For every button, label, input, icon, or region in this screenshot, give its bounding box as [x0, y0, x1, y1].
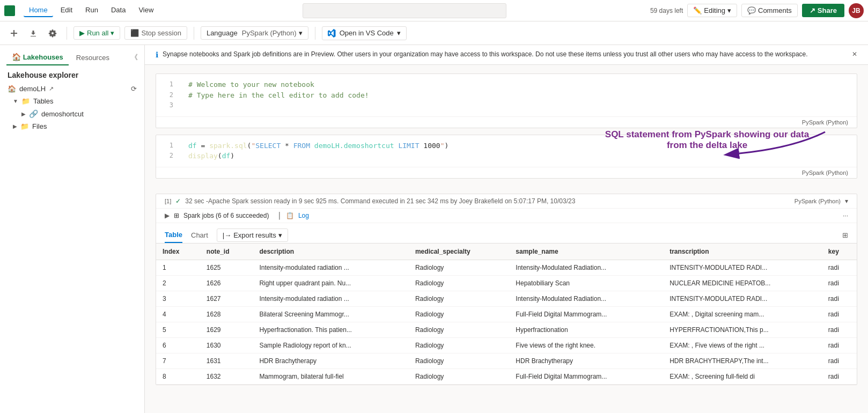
- cell-note_id: 1629: [200, 322, 253, 337]
- vs-code-button[interactable]: Open in VS Code ▾: [322, 26, 407, 40]
- spark-jobs-grid-icon: ⊞: [174, 212, 179, 219]
- nav-data[interactable]: Data: [106, 4, 131, 17]
- cell-description: Bilateral Screening Mammogr...: [253, 306, 409, 322]
- cell-transcription: HDR BRACHYTHERAPY,The int...: [663, 353, 822, 368]
- editing-button[interactable]: ✏️ Editing ▾: [687, 4, 737, 17]
- share-icon: ↗: [810, 6, 815, 14]
- success-icon: ✓: [175, 197, 181, 205]
- table-row: 11625Intensity-modulated radiation ...Ra…: [156, 260, 857, 275]
- separator-1: [67, 27, 67, 40]
- table-header: Index note_id description medical_specia…: [156, 244, 857, 260]
- code-comment-1[interactable]: # Welcome to your new notebook: [188, 79, 314, 90]
- cell-sample_name: Five views of the right knee.: [509, 337, 663, 353]
- cell-transcription: INTENSITY-MODULATED RADI...: [663, 291, 822, 306]
- lang-chevron[interactable]: ▾: [845, 197, 848, 205]
- cell-transcription: EXAM: , Digital screening mam...: [663, 306, 822, 322]
- days-left-text: 59 days left: [650, 7, 683, 14]
- editing-label: Editing: [704, 6, 725, 14]
- nav-home[interactable]: Home: [24, 4, 53, 17]
- cell-key: radi: [822, 306, 857, 322]
- log-link[interactable]: Log: [298, 212, 309, 219]
- sidebar-tab-resources[interactable]: Resources: [71, 50, 115, 65]
- nav-edit[interactable]: Edit: [55, 4, 78, 17]
- share-label: Share: [818, 6, 837, 14]
- top-bar-right: 59 days left ✏️ Editing ▾ 💬 Comments ↗ S…: [650, 3, 864, 18]
- tables-label: Tables: [33, 97, 54, 105]
- cell-sample_name: Full-Field Digital Mammogram...: [509, 368, 663, 384]
- spark-jobs-expand[interactable]: ▶: [165, 212, 170, 219]
- tab-chart[interactable]: Chart: [191, 228, 208, 242]
- cell-key: radi: [822, 322, 857, 337]
- more-options-button[interactable]: ···: [843, 212, 848, 219]
- cell-key: radi: [822, 275, 857, 291]
- explorer-title: Lakehouse explorer: [0, 65, 144, 83]
- demolh-name: demoLH: [19, 85, 46, 93]
- settings-button[interactable]: [45, 26, 60, 41]
- cell-index: 2: [156, 275, 200, 291]
- stop-session-button[interactable]: ⬛ Stop session: [124, 26, 187, 40]
- sidebar-collapse-button[interactable]: 《: [131, 53, 138, 62]
- files-item[interactable]: ▶ 📁 Files: [0, 120, 144, 132]
- app-icon: [4, 5, 15, 16]
- demolh-refresh-icon[interactable]: ⟳: [131, 85, 137, 93]
- cell-sample_name: Hyperfractionation: [509, 322, 663, 337]
- demoshortcut-chevron: ▶: [21, 111, 26, 117]
- export-results-button[interactable]: |→ Export results ▾: [217, 228, 288, 242]
- table-row: 81632Mammogram, bilateral full-fielRadio…: [156, 368, 857, 384]
- table-row: 31627Intensity-modulated radiation ...Ra…: [156, 291, 857, 306]
- sidebar-tab-lakehouses[interactable]: 🏠 Lakehouses: [6, 49, 69, 65]
- cell-sample_name: HDR Brachytherapy: [509, 353, 663, 368]
- cell-1-content: 1 # Welcome to your new notebook 2 # Typ…: [156, 74, 857, 116]
- cell-key: radi: [822, 260, 857, 275]
- cell-medical_specialty: Radiology: [409, 275, 509, 291]
- grid-view-icon[interactable]: ⊞: [842, 231, 848, 239]
- info-close-button[interactable]: ✕: [852, 50, 857, 58]
- demolh-item[interactable]: 🏠 demoLH ↗ ⟳: [0, 83, 144, 95]
- top-bar: Home Edit Run Data View 59 days left ✏️ …: [0, 0, 868, 21]
- vscode-icon: [328, 29, 336, 38]
- vs-code-label: Open in VS Code: [340, 29, 394, 37]
- code-line-2-1[interactable]: df = spark.sql("SELECT * FROM demoLH.dem…: [188, 141, 448, 151]
- download-button[interactable]: [26, 26, 41, 41]
- cell-key: radi: [822, 353, 857, 368]
- demoshortcut-item[interactable]: ▶ 🔗 demoshortcut: [0, 107, 144, 120]
- line-num-2: 2: [165, 90, 173, 101]
- cell-medical_specialty: Radiology: [409, 337, 509, 353]
- data-table: Index note_id description medical_specia…: [156, 244, 857, 385]
- notebook-area: 1 # Welcome to your new notebook 2 # Typ…: [145, 65, 868, 194]
- lang-indicator: PySpark (Python): [795, 198, 841, 204]
- cell-index: 8: [156, 368, 200, 384]
- separator-2: [194, 27, 194, 40]
- share-button[interactable]: ↗ Share: [802, 4, 844, 17]
- run-all-button[interactable]: ▶ Run all ▾: [73, 26, 120, 40]
- tab-table[interactable]: Table: [165, 227, 182, 243]
- cell-index: 1: [156, 260, 200, 275]
- demolh-icon: 🏠: [8, 85, 16, 93]
- cell-note_id: 1632: [200, 368, 253, 384]
- cell-index: 4: [156, 306, 200, 322]
- add-cell-button[interactable]: [6, 26, 21, 41]
- svg-rect-1: [11, 33, 17, 34]
- table-row: 21626Right upper quadrant pain. Nu...Rad…: [156, 275, 857, 291]
- files-chevron: ▶: [13, 123, 17, 129]
- folder-icon: 📁: [21, 97, 30, 105]
- files-folder-icon: 📁: [20, 122, 29, 130]
- nav-run[interactable]: Run: [80, 4, 104, 17]
- code-empty-3[interactable]: [188, 100, 193, 111]
- comments-button[interactable]: 💬 Comments: [741, 4, 798, 17]
- info-text: Synapse notebooks and Spark job definiti…: [163, 50, 808, 58]
- code-comment-2[interactable]: # Type here in the cell editor to add co…: [188, 90, 369, 101]
- avatar[interactable]: JB: [849, 3, 864, 18]
- cell-note_id: 1630: [200, 337, 253, 353]
- nav-view[interactable]: View: [133, 4, 159, 17]
- search-box[interactable]: [303, 3, 506, 18]
- language-selector[interactable]: Language PySpark (Python) ▾: [201, 26, 308, 40]
- tables-item[interactable]: ▼ 📁 Tables: [0, 95, 144, 107]
- top-bar-left: Home Edit Run Data View: [4, 4, 159, 17]
- demoshortcut-label: demoshortcut: [41, 110, 84, 118]
- files-label: Files: [32, 122, 47, 130]
- code-line-2-2[interactable]: display(df): [188, 151, 234, 161]
- cell-1-line-1: 1 # Welcome to your new notebook: [165, 79, 848, 90]
- demolh-external-icon: ↗: [49, 85, 54, 92]
- table-tabs: Table Chart |→ Export results ▾ ⊞: [156, 223, 857, 244]
